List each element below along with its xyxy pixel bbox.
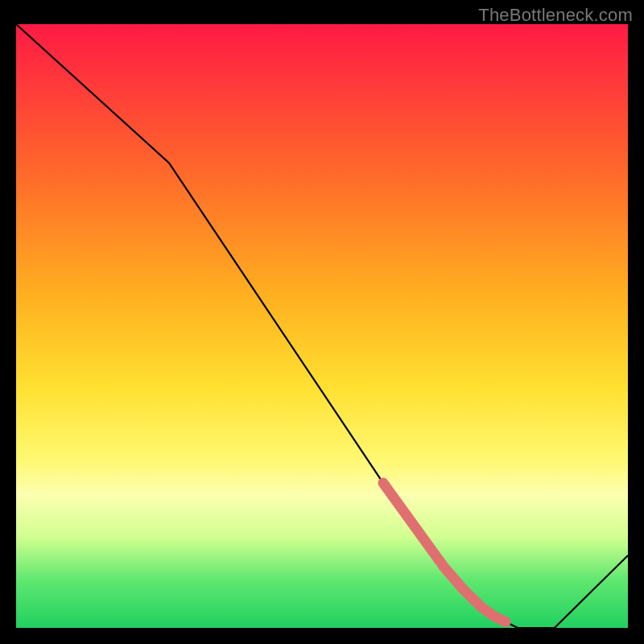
plot-area <box>16 24 628 628</box>
watermark-text: TheBottleneck.com <box>478 5 633 26</box>
highlight-point <box>501 617 510 627</box>
highlight-points-group <box>383 483 510 627</box>
curve-line <box>16 24 628 628</box>
highlight-point <box>477 602 486 612</box>
highlight-band <box>383 483 506 622</box>
chart-svg <box>16 24 628 628</box>
chart-container: TheBottleneck.com <box>0 0 644 644</box>
highlight-point <box>458 584 468 593</box>
